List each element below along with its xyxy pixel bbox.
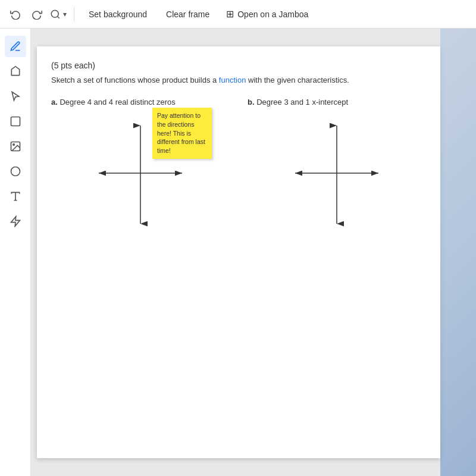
svg-point-5	[11, 167, 20, 176]
problem-a: a. Degree 4 and 4 real distinct zeros Pa…	[51, 98, 230, 233]
sticky-note[interactable]: Pay attention to the directions here! Th…	[152, 108, 212, 158]
open-jamboard-button[interactable]: ⊞ Open on a Jamboa	[226, 8, 308, 20]
set-background-button[interactable]: Set background	[82, 6, 154, 23]
pts-label: (5 pts each)	[51, 61, 426, 70]
svg-marker-8	[11, 217, 20, 227]
redo-button[interactable]	[29, 6, 45, 23]
axes-b	[283, 114, 390, 233]
clear-frame-button[interactable]: Clear frame	[159, 6, 217, 23]
problem-b-label: b. Degree 3 and 1 x-intercept	[248, 98, 426, 107]
sidebar-item-select[interactable]	[5, 86, 26, 107]
main-area: (5 pts each) Sketch a set of functions w…	[0, 29, 476, 476]
instruction: Sketch a set of functions whose product …	[51, 75, 426, 86]
problem-a-label: a. Degree 4 and 4 real distinct zeros	[51, 98, 230, 107]
problem-b: b. Degree 3 and 1 x-intercept	[248, 98, 426, 233]
content-area: (5 pts each) Sketch a set of functions w…	[31, 29, 476, 476]
svg-rect-2	[11, 117, 20, 126]
open-jamboard-label: Open on a Jamboa	[237, 10, 308, 19]
canvas[interactable]: (5 pts each) Sketch a set of functions w…	[37, 46, 440, 458]
sidebar-item-sticky[interactable]	[5, 111, 26, 132]
svg-point-0	[51, 10, 58, 17]
zoom-control[interactable]: ▾	[50, 9, 67, 20]
toolbar: ▾ Set background Clear frame ⊞ Open on a…	[0, 0, 476, 29]
right-decoration	[440, 29, 476, 476]
sidebar-item-eraser[interactable]	[5, 61, 26, 82]
sidebar-item-text[interactable]	[5, 186, 26, 207]
sidebar-item-pen[interactable]	[5, 36, 26, 57]
problems-row: a. Degree 4 and 4 real distinct zeros Pa…	[51, 98, 426, 233]
toolbar-divider-1	[74, 7, 74, 21]
sidebar-item-image[interactable]	[5, 136, 26, 157]
sidebar-item-circle[interactable]	[5, 161, 26, 182]
sidebar-item-pen2[interactable]	[5, 211, 26, 232]
sidebar	[0, 29, 31, 476]
undo-button[interactable]	[7, 6, 24, 23]
svg-point-4	[12, 144, 14, 146]
svg-line-1	[57, 16, 59, 18]
